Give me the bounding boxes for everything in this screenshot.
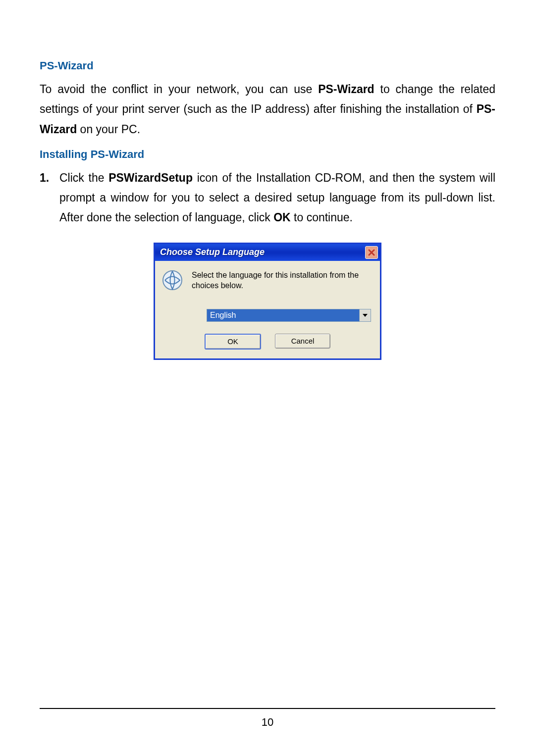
dialog-titlebar[interactable]: Choose Setup Language [155,244,380,261]
close-icon [368,249,375,256]
text: on your PC. [77,123,140,136]
svg-marker-3 [363,314,368,317]
dropdown-arrow[interactable] [359,309,371,321]
text: To avoid the conflict in your network, y… [40,83,318,96]
bold-text: PS-Wizard [318,83,374,96]
footer-divider [40,708,495,709]
ok-button[interactable]: OK [205,334,261,350]
section-heading-installing: Installing PS-Wizard [40,148,495,161]
language-select-value: English [207,309,359,321]
text: Click the [59,171,108,184]
page-number: 10 [0,716,535,729]
chevron-down-icon [363,314,368,317]
list-text: Click the PSWizardSetup icon of the Inst… [59,168,495,228]
close-button[interactable] [365,246,378,259]
bold-text: PSWizardSetup [108,171,193,184]
text: to continue. [291,211,353,224]
dialog-title: Choose Setup Language [160,247,265,257]
list-item: 1. Click the PSWizardSetup icon of the I… [40,168,495,228]
language-select[interactable]: English [207,309,371,322]
choose-setup-language-dialog: Choose Setup Language Select the languag… [154,243,381,360]
setup-globe-icon [162,270,183,291]
list-number: 1. [40,168,59,228]
bold-text: OK [273,211,291,224]
dialog-body: Select the language for this installatio… [155,261,380,358]
dialog-instruction-text: Select the language for this installatio… [192,270,373,291]
cancel-button[interactable]: Cancel [275,334,330,349]
intro-paragraph: To avoid the conflict in your network, y… [40,79,495,139]
section-heading-ps-wizard: PS-Wizard [40,59,495,72]
svg-point-2 [163,271,182,290]
